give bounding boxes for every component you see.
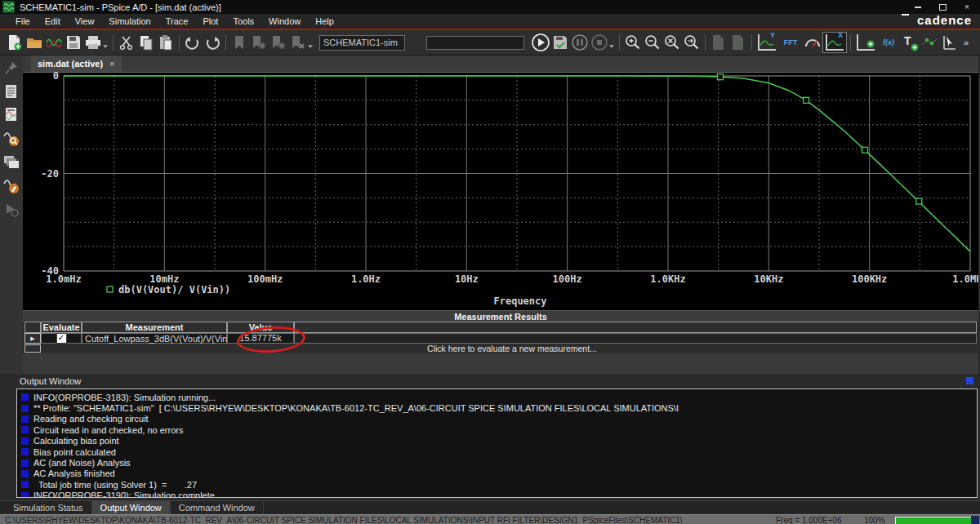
legend-marker-icon[interactable] (107, 286, 113, 292)
row-selector[interactable]: ▶ (24, 333, 41, 344)
menu-help[interactable]: Help (308, 15, 341, 28)
zoom-out-button[interactable] (643, 33, 662, 52)
edit-simulation-profile-icon[interactable] (2, 177, 20, 195)
bottom-tab-simulation-status[interactable]: Simulation Status (5, 501, 92, 514)
mark-data-points-button[interactable] (920, 33, 939, 52)
log-y-axis-button[interactable]: Y (755, 33, 778, 52)
menu-trace[interactable]: Trace (158, 15, 196, 28)
output-lines: INFO(ORPROBE-3183): Simulation running..… (17, 392, 977, 498)
print-dropdown-icon[interactable] (103, 45, 108, 48)
zoom-fit-button[interactable] (662, 33, 682, 52)
log-text: Bias point calculated (33, 447, 116, 457)
eval-measurement-button[interactable]: f(x) (877, 33, 900, 52)
trace-db-vout-vin[interactable] (64, 76, 970, 251)
output-window-title: Output Window (20, 376, 81, 386)
save-file-button[interactable] (64, 33, 83, 52)
trace-marker (916, 198, 922, 204)
measurement-cell[interactable]: Cutoff_Lowpass_3dB(V(Vout)/V(Vin)) (82, 333, 227, 344)
bottom-tab-bar: Simulation StatusOutput WindowCommand Wi… (0, 500, 980, 514)
cadence-logo-macron (902, 14, 909, 16)
open-file-button[interactable] (24, 33, 44, 52)
bottom-tab-output-window[interactable]: Output Window (92, 501, 171, 514)
measurement-column-header: Measurement (82, 322, 227, 333)
view-simulation-results-button[interactable] (44, 33, 64, 52)
minimize-button[interactable] (911, 2, 924, 12)
menu-edit[interactable]: Edit (38, 15, 68, 28)
bookmark-previous-button[interactable] (269, 33, 288, 52)
menu-tools[interactable]: Tools (225, 15, 261, 28)
toolbar-separator (705, 34, 706, 51)
output-log-line: ** Profile: "SCHEMATIC1-sim" [ C:\USERS\… (17, 402, 977, 413)
run-simulation-button[interactable] (531, 33, 550, 52)
stop-simulation-button[interactable] (590, 33, 609, 52)
cut-button[interactable] (117, 33, 136, 52)
status-bar: C:\USERS\RHYEW\DESKTOP\KONAKA\TB-6012-TC… (0, 514, 980, 524)
simulation-progress-field (426, 36, 524, 50)
toolbar-separator (751, 34, 752, 51)
pin-icon[interactable] (2, 59, 20, 77)
menu-window[interactable]: Window (261, 15, 308, 28)
run-dropdown-icon[interactable] (609, 45, 614, 48)
zoom-in-button[interactable] (623, 33, 643, 52)
measurement-panel-filler (23, 353, 978, 374)
fft-button[interactable]: FFT (778, 33, 803, 52)
view-simulation-output-icon[interactable] (2, 106, 20, 124)
new-file-button[interactable] (5, 33, 24, 52)
evaluate-checkbox[interactable]: ✓ (56, 333, 67, 344)
tab-close-icon[interactable]: × (109, 59, 114, 69)
tab-label: sim.dat (active) (38, 59, 103, 69)
add-text-button[interactable]: T (900, 33, 920, 52)
menu-view[interactable]: View (68, 15, 102, 28)
bottom-tab-command-window[interactable]: Command Window (171, 501, 264, 514)
trace-marker (804, 97, 809, 103)
output-log-line: INFO(ORPROBE-3190): Simulation complete (17, 491, 977, 498)
output-log-line: AC (and Noise) Analysis (17, 457, 977, 468)
filler-column-header (294, 322, 977, 333)
pause-simulation-button[interactable] (570, 33, 590, 52)
output-window-panel: Output Window INFO(ORPROBE-3183): Simula… (0, 374, 980, 500)
copy-plot-data-button[interactable] (728, 33, 748, 52)
menu-plot[interactable]: Plot (195, 15, 225, 28)
log-bullet-icon (21, 470, 29, 477)
view-trace-icon[interactable] (2, 130, 20, 148)
performance-analysis-button[interactable] (803, 33, 822, 52)
tab-sim-dat[interactable]: sim.dat (active) × (31, 56, 122, 72)
save-simulation-button[interactable] (550, 33, 570, 52)
copy-plot-button[interactable] (709, 33, 728, 52)
bookmark-next-button[interactable] (249, 33, 269, 52)
run-demo-icon[interactable] (2, 201, 20, 219)
restore-button[interactable] (936, 2, 949, 12)
dock-icon[interactable] (966, 377, 973, 384)
new-row-selector[interactable] (24, 344, 41, 353)
log-bullet-icon (21, 405, 29, 412)
x-tick-label: 100Hz (553, 273, 582, 285)
window-display-icon[interactable] (2, 153, 20, 171)
toolbar-overflow-button[interactable]: » (959, 33, 973, 52)
title-bar: SCHEMATIC1-sim - PSpice A/D - [sim.dat (… (0, 0, 980, 14)
print-button[interactable] (83, 33, 103, 52)
paste-button[interactable] (156, 33, 176, 52)
bookmark-delete-button[interactable] (288, 33, 308, 52)
close-button[interactable]: × (960, 2, 973, 12)
output-log[interactable]: INFO(ORPROBE-3183): Simulation running..… (16, 389, 978, 498)
bode-plot[interactable]: 0-20-401.0mHz10mHz100mHz1.0Hz10Hz100Hz1.… (23, 72, 978, 310)
redo-button[interactable] (203, 33, 222, 52)
menu-file[interactable]: File (8, 15, 38, 28)
add-plot-button[interactable] (854, 33, 877, 52)
cursor-toggle-button[interactable] (939, 33, 959, 52)
simulation-queue-icon[interactable] (2, 82, 20, 100)
bookmark-dropdown-icon[interactable] (308, 45, 313, 48)
output-log-line: Reading and checking circuit (17, 414, 977, 424)
undo-button[interactable] (183, 33, 203, 52)
zoom-area-button[interactable] (682, 33, 702, 52)
new-measurement-hint[interactable]: Click here to evaluate a new measurement… (47, 344, 977, 353)
legend-label[interactable]: db(V(Vout)/ V(Vin)) (118, 284, 230, 295)
bookmark-button[interactable] (229, 33, 249, 52)
menu-simulation[interactable]: Simulation (101, 15, 158, 28)
copy-button[interactable] (136, 33, 156, 52)
toolbar-separator (179, 34, 180, 51)
log-x-axis-button[interactable]: X (822, 32, 847, 53)
log-text: INFO(ORPROBE-3190): Simulation complete (33, 491, 215, 498)
log-text: Circuit read in and checked, no errors (33, 425, 183, 435)
simulation-profile-combo[interactable]: SCHEMATIC1-sim (319, 35, 405, 51)
